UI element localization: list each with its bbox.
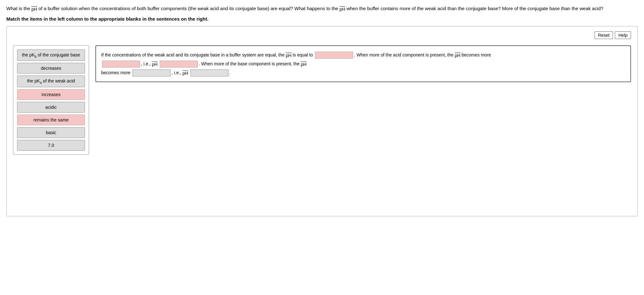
drag-item-basic[interactable]: basic: [17, 127, 85, 138]
increases-label: increases: [42, 92, 61, 97]
acidic-label: acidic: [45, 105, 57, 110]
drag-item-increases[interactable]: increases: [17, 89, 85, 100]
help-button[interactable]: Help: [615, 31, 631, 39]
drop-box-3[interactable]: [160, 61, 198, 68]
question-text: What is the pH of a buffer solution when…: [6, 5, 638, 12]
left-column: the pKb of the conjugate base decreases …: [13, 45, 89, 155]
drag-item-pkb[interactable]: the pKb of the conjugate base: [17, 49, 85, 61]
ph-right-3: pH: [152, 62, 158, 67]
ph-inline-2: pH: [339, 6, 345, 11]
drag-item-seven[interactable]: 7.0: [17, 140, 85, 151]
ph-right-1: pH: [286, 53, 292, 58]
reset-button[interactable]: Reset: [595, 31, 613, 39]
sentence-end: .: [229, 70, 231, 75]
sentence-ie1: , i.e., pH: [141, 61, 159, 66]
drop-box-2[interactable]: [102, 61, 140, 68]
sentence-becomes2: becomes more: [101, 70, 132, 75]
drag-item-decreases[interactable]: decreases: [17, 63, 85, 74]
sentence-part3: . When more of the acid component is pre…: [354, 52, 491, 57]
activity-box: Reset Help the pKb of the conjugate base…: [6, 26, 638, 216]
drop-box-5[interactable]: [190, 69, 229, 76]
instruction: Match the items in the left column to th…: [6, 16, 638, 22]
drop-box-1[interactable]: [315, 52, 353, 59]
sentence-ie2: , i.e., pH: [171, 70, 189, 75]
ph-right-4: pH: [301, 62, 306, 67]
decreases-label: decreases: [41, 66, 61, 71]
drag-item-acidic[interactable]: acidic: [17, 102, 85, 113]
basic-label: basic: [46, 130, 56, 135]
sentence-part4: . When more of the base component is pre…: [199, 61, 306, 66]
ph-right-2: pH: [455, 53, 460, 58]
ph-right-5: pH: [183, 70, 188, 75]
seven-label: 7.0: [48, 143, 54, 148]
ph-inline-1: pH: [31, 6, 37, 11]
drop-box-4[interactable]: [132, 69, 171, 76]
drag-item-pka[interactable]: the pKa of the weak acid: [17, 75, 85, 87]
sentence-part2: equal to: [297, 52, 314, 57]
sentence-part1: If the concentrations of the weak acid a…: [101, 52, 296, 57]
toolbar: Reset Help: [13, 31, 631, 39]
pkb-label: the pKb of the conjugate base: [22, 52, 80, 57]
pka-label: the pKa of the weak acid: [27, 78, 75, 83]
drag-item-remains[interactable]: remains the same: [17, 115, 85, 125]
right-column: If the concentrations of the weak acid a…: [95, 45, 631, 82]
remains-label: remains the same: [33, 117, 68, 122]
sentence-block: If the concentrations of the weak acid a…: [101, 50, 625, 77]
